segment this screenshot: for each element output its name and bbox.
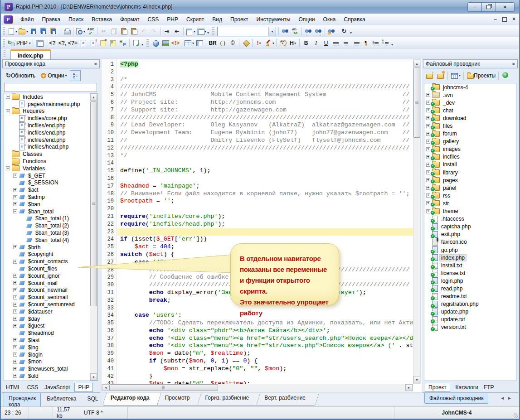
comment-note-button[interactable]: [98, 38, 108, 48]
menu-item-вставка[interactable]: Вставка: [87, 14, 116, 24]
expand-icon[interactable]: +: [13, 195, 17, 199]
expand-icon[interactable]: +: [426, 193, 430, 198]
tree-item-variable[interactable]: +$count_sentunread: [4, 301, 97, 308]
tree-item-variable[interactable]: +$count_newmail: [4, 287, 97, 294]
insert-link-button[interactable]: [151, 38, 160, 48]
numbered-list-button[interactable]: [381, 38, 391, 48]
open-file-button[interactable]: ▾: [18, 26, 29, 36]
expand-icon[interactable]: +: [13, 245, 17, 249]
tree-item-variable[interactable]: +$lng: [4, 344, 97, 351]
expand-icon[interactable]: +: [13, 202, 17, 206]
expand-icon[interactable]: +: [13, 352, 17, 357]
project-tab-каталоги[interactable]: Каталоги: [456, 384, 478, 391]
php-block-button[interactable]: [78, 38, 88, 48]
project-tab-проект[interactable]: Проект: [425, 383, 450, 392]
php-open-tag-nl-button[interactable]: <?,: [58, 38, 68, 48]
tree-item-variable[interactable]: +$ban: [4, 201, 97, 208]
insert-table-button[interactable]: ▾: [184, 38, 194, 48]
projects-button[interactable]: Проекты: [465, 71, 497, 81]
panel-tab-sql[interactable]: SQL: [82, 393, 103, 404]
collapse-icon[interactable]: −: [13, 209, 17, 213]
expand-icon[interactable]: +: [426, 132, 430, 136]
align-right-button[interactable]: [351, 38, 361, 48]
tree-item-req[interactable]: #incfiles/core.php: [4, 115, 97, 122]
expand-icon[interactable]: +: [13, 260, 17, 264]
tree-item-variable[interactable]: $_SESSION: [4, 179, 97, 187]
tree-item-req[interactable]: #incfiles/end.php: [4, 122, 97, 129]
special-chars-button[interactable]: <!>: [170, 38, 180, 48]
toolbar-overflow-button[interactable]: ▾: [350, 31, 352, 35]
tree-item-variable[interactable]: $headmod: [4, 329, 97, 337]
code-explorer-scrollbar[interactable]: ▲ ▼: [90, 93, 97, 381]
tree-item-inc[interactable]: #pages/mainmenu.php: [4, 101, 97, 108]
expand-icon[interactable]: +: [13, 309, 17, 314]
scroll-up-arrow[interactable]: ▲: [413, 60, 420, 67]
italic-button[interactable]: I: [311, 38, 321, 48]
minimize-button[interactable]: –: [467, 2, 482, 12]
file-tree-item[interactable]: +.svn: [424, 91, 516, 99]
bullet-list-button[interactable]: [371, 38, 381, 48]
php-insert-button[interactable]: PHP▾: [7, 38, 31, 48]
heading-button[interactable]: H▾: [288, 38, 298, 48]
save-button[interactable]: [29, 26, 39, 36]
tree-item-variable[interactable]: +$brth: [4, 244, 97, 251]
window-layout-button[interactable]: ▾: [185, 26, 196, 36]
bold-button[interactable]: B: [301, 38, 311, 48]
expand-icon[interactable]: +: [426, 147, 430, 151]
validate-button[interactable]: [131, 38, 141, 48]
file-tree-item[interactable]: ✓install.txt: [424, 261, 516, 269]
menu-item-файл[interactable]: Файл: [16, 14, 38, 24]
menu-item-окна[interactable]: Окна: [319, 14, 340, 24]
expand-icon[interactable]: +: [426, 201, 430, 205]
expand-icon[interactable]: +: [13, 360, 17, 364]
close-icon[interactable]: ×: [512, 62, 515, 67]
file-tree-item[interactable]: ✓readme.txt: [424, 293, 516, 300]
copy-button[interactable]: [109, 26, 119, 36]
view-mode-button[interactable]: ▾: [449, 71, 462, 81]
file-tree-item[interactable]: +✓incfiles: [424, 153, 516, 161]
expand-icon[interactable]: +: [13, 288, 17, 292]
toolbar-overflow-button[interactable]: ▾: [391, 43, 393, 47]
file-tree-item[interactable]: +✓chat: [424, 106, 516, 114]
tree-item-variable[interactable]: $ban_total (4): [4, 237, 97, 244]
scrollbar-thumb[interactable]: [413, 68, 420, 138]
collapse-icon[interactable]: −: [6, 166, 10, 170]
view-tab-просмотр[interactable]: Просмотр: [159, 392, 199, 406]
tree-item-variable[interactable]: +$mon: [4, 358, 97, 365]
project-tab-ftp[interactable]: FTP: [484, 384, 494, 391]
menu-item-формат[interactable]: Формат: [116, 14, 144, 24]
print-preview-button[interactable]: ▾: [75, 26, 86, 36]
lang-tab-css[interactable]: CSS: [27, 384, 39, 391]
menu-item-инструменты[interactable]: Инструменты: [253, 14, 295, 24]
underline-button[interactable]: U: [321, 38, 331, 48]
search-input[interactable]: [218, 27, 268, 36]
expand-icon[interactable]: +: [426, 163, 430, 167]
file-tree-item[interactable]: +✓gallery: [424, 138, 516, 145]
file-tree-item[interactable]: ✓read.php: [424, 285, 516, 292]
find-next-button[interactable]: [313, 26, 323, 36]
tab-file-explorer[interactable]: Файловый проводник: [424, 393, 488, 404]
tree-item-req[interactable]: #incfiles/end.php: [4, 136, 97, 144]
menu-item-css[interactable]: CSS: [144, 14, 163, 24]
menu-item-правка[interactable]: Правка: [38, 14, 65, 24]
tree-item-variable[interactable]: +$guest: [4, 323, 97, 330]
tree-item-variable[interactable]: +$day: [4, 315, 97, 323]
combo-dropdown-button[interactable]: ▾: [268, 27, 276, 36]
tree-item-variable[interactable]: +$datauser: [4, 308, 97, 315]
tree-item-variable[interactable]: −$ban_total: [4, 208, 97, 215]
search-combobox[interactable]: ▾: [217, 27, 276, 36]
tree-item-folder[interactable]: Functions: [4, 158, 97, 165]
find-in-files-button[interactable]: [326, 26, 336, 36]
save-as-button[interactable]: [49, 26, 58, 36]
file-tree-item[interactable]: +✓panel: [424, 184, 516, 192]
tree-item-variable[interactable]: +$count_contacts: [4, 258, 97, 265]
toolbar-overflow-button[interactable]: ▾: [207, 31, 209, 35]
tree-item-variable[interactable]: +$last: [4, 337, 97, 344]
view-tab-редактор-кода[interactable]: Редактор кода: [104, 392, 159, 406]
tree-item-variable[interactable]: +$count_ignor: [4, 272, 97, 280]
window-split-button[interactable]: ▾: [196, 26, 207, 36]
mdi-minimize-button[interactable]: –: [494, 16, 497, 22]
tree-item-variable[interactable]: +$admp: [4, 193, 97, 201]
file-tree-item[interactable]: +✓library: [424, 169, 516, 176]
file-tree-item[interactable]: ✓login.php: [424, 277, 516, 285]
